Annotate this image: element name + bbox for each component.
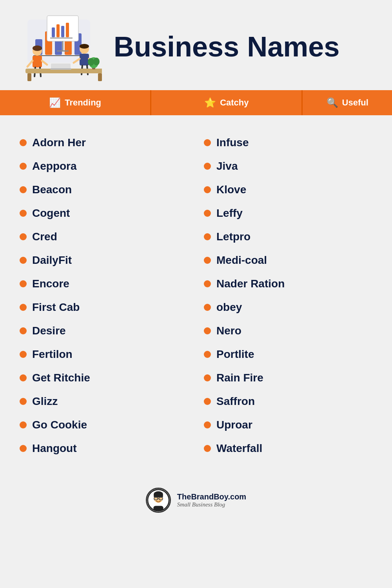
- bullet-icon: [204, 421, 211, 428]
- name-label: Desire: [32, 325, 66, 337]
- list-item: Cred: [20, 225, 188, 249]
- bullet-icon: [204, 233, 211, 240]
- bullet-icon: [204, 374, 211, 381]
- header: Business Names: [0, 0, 392, 90]
- list-item: obey: [204, 296, 372, 319]
- svg-rect-8: [52, 27, 55, 37]
- svg-rect-30: [27, 73, 31, 81]
- name-label: Portlite: [216, 348, 254, 361]
- bullet-icon: [204, 398, 211, 405]
- footer-text: TheBrandBoy.com Small Business Blog: [177, 492, 246, 508]
- svg-rect-41: [154, 494, 163, 497]
- header-illustration: [16, 12, 102, 82]
- bullet-icon: [204, 351, 211, 358]
- name-label: Jiva: [216, 160, 238, 172]
- list-item: Letpro: [204, 225, 372, 249]
- main-content: Adorn HerAepporaBeaconCogentCredDailyFit…: [0, 115, 392, 476]
- name-label: Nader Ration: [216, 278, 285, 290]
- left-column: Adorn HerAepporaBeaconCogentCredDailyFit…: [20, 131, 188, 460]
- catchy-icon: ⭐: [204, 97, 216, 108]
- list-item: Portlite: [204, 343, 372, 366]
- list-item: Medi-coal: [204, 249, 372, 272]
- svg-rect-11: [66, 23, 69, 37]
- bullet-icon: [20, 186, 27, 193]
- list-item: Glizz: [20, 390, 188, 413]
- name-label: Aeppora: [32, 160, 77, 172]
- list-item: Go Cookie: [20, 413, 188, 437]
- bullet-icon: [20, 257, 27, 264]
- name-label: Infuse: [216, 136, 249, 149]
- name-label: First Cab: [32, 301, 80, 314]
- name-label: Saffron: [216, 395, 255, 408]
- bullet-icon: [20, 445, 27, 452]
- footer-site: TheBrandBoy.com: [177, 492, 246, 501]
- tab-useful[interactable]: 🔍 Useful: [303, 90, 392, 115]
- svg-rect-45: [153, 506, 163, 511]
- bullet-icon: [20, 210, 27, 217]
- tab-trending[interactable]: 📈 Trending: [0, 90, 151, 115]
- bullet-icon: [204, 139, 211, 146]
- tab-trending-label: Trending: [65, 98, 101, 108]
- name-label: Adorn Her: [32, 136, 86, 149]
- name-label: Encore: [32, 278, 69, 290]
- bullet-icon: [204, 186, 211, 193]
- name-label: Nero: [216, 325, 241, 337]
- list-item: Uproar: [204, 413, 372, 437]
- name-label: obey: [216, 301, 242, 314]
- name-label: Get Ritchie: [32, 372, 90, 384]
- svg-rect-23: [80, 54, 89, 65]
- bullet-icon: [204, 210, 211, 217]
- tabs-bar: 📈 Trending ⭐ Catchy 🔍 Useful: [0, 90, 392, 115]
- list-item: Aeppora: [20, 154, 188, 178]
- list-item: First Cab: [20, 296, 188, 319]
- bullet-icon: [20, 327, 27, 334]
- svg-rect-32: [51, 64, 71, 69]
- list-item: Cogent: [20, 201, 188, 225]
- list-item: Infuse: [204, 131, 372, 154]
- bullet-icon: [204, 257, 211, 264]
- svg-point-28: [80, 44, 89, 49]
- name-label: Go Cookie: [32, 419, 87, 431]
- name-label: Uproar: [216, 419, 252, 431]
- trending-icon: 📈: [49, 97, 61, 108]
- svg-rect-16: [33, 56, 42, 67]
- bullet-icon: [20, 398, 27, 405]
- list-item: Beacon: [20, 178, 188, 201]
- list-item: Nero: [204, 319, 372, 343]
- tab-catchy[interactable]: ⭐ Catchy: [151, 90, 303, 115]
- list-item: Rain Fire: [204, 366, 372, 390]
- list-item: Klove: [204, 178, 372, 201]
- bullet-icon: [20, 233, 27, 240]
- svg-rect-9: [56, 24, 60, 37]
- right-column: InfuseJivaKloveLeffyLetproMedi-coalNader…: [204, 131, 372, 460]
- svg-point-21: [33, 45, 42, 51]
- list-item: Saffron: [204, 390, 372, 413]
- list-item: Desire: [20, 319, 188, 343]
- name-label: Klove: [216, 183, 246, 196]
- bullet-icon: [20, 374, 27, 381]
- name-label: Glizz: [32, 395, 58, 408]
- name-label: Letpro: [216, 230, 250, 243]
- useful-icon: 🔍: [327, 97, 338, 108]
- list-item: Get Ritchie: [20, 366, 188, 390]
- names-grid: Adorn HerAepporaBeaconCogentCredDailyFit…: [20, 131, 372, 460]
- list-item: Hangout: [20, 437, 188, 460]
- list-item: Leffy: [204, 201, 372, 225]
- list-item: Jiva: [204, 154, 372, 178]
- brand-avatar: [146, 488, 171, 513]
- footer-tagline: Small Business Blog: [177, 501, 246, 508]
- bullet-icon: [20, 351, 27, 358]
- list-item: Waterfall: [204, 437, 372, 460]
- list-item: Encore: [20, 272, 188, 296]
- name-label: Leffy: [216, 207, 243, 220]
- name-label: Hangout: [32, 442, 77, 455]
- bullet-icon: [204, 445, 211, 452]
- name-label: Beacon: [32, 183, 72, 196]
- bullet-icon: [20, 304, 27, 311]
- bullet-icon: [20, 139, 27, 146]
- list-item: Nader Ration: [204, 272, 372, 296]
- svg-point-37: [93, 58, 100, 65]
- tab-catchy-label: Catchy: [220, 98, 249, 108]
- name-label: Cogent: [32, 207, 70, 220]
- list-item: DailyFit: [20, 249, 188, 272]
